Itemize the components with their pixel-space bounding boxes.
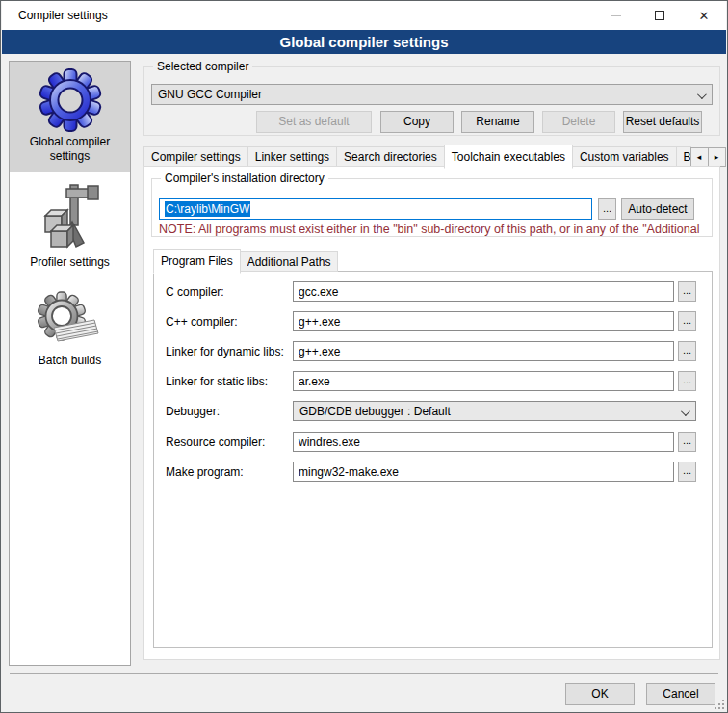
form-row-static-linker: Linker for static libs: ar.exe ... [154,371,712,392]
form-row-dynamic-linker: Linker for dynamic libs: g++.exe ... [154,341,712,362]
field-value: g++.exe [299,315,340,329]
field-label: Linker for dynamic libs: [166,341,284,362]
browse-make-program-button[interactable]: ... [678,462,696,482]
arrow-left-icon: ◂ [697,152,702,162]
static-linker-input[interactable]: ar.exe [293,371,674,391]
window-title: Compiler settings [18,1,108,30]
installation-directory-input[interactable]: C:\raylib\MinGW [159,198,592,220]
compiler-tabs: Compiler settings Linker settings Search… [143,145,721,167]
tab-scroll-buttons: ◂ ▸ [691,147,726,167]
sidebar-item-label: Profiler settings [10,252,130,277]
caliper-icon [38,183,103,252]
minimize-button [593,1,637,30]
form-row-cpp-compiler: C++ compiler: g++.exe ... [154,311,712,332]
browse-static-linker-button[interactable]: ... [678,371,696,391]
browse-dynamic-linker-button[interactable]: ... [678,341,696,361]
ok-button[interactable]: OK [565,683,635,705]
field-label: C compiler: [166,281,224,303]
c-compiler-input[interactable]: gcc.exe [293,281,674,302]
close-button[interactable]: ✕ [682,1,726,30]
browse-cpp-compiler-button[interactable]: ... [678,311,696,331]
minimize-icon [611,15,621,16]
field-value: gcc.exe [299,285,338,299]
tab-custom-variables[interactable]: Custom variables [572,146,677,167]
note-text: NOTE: All programs must exist either in … [159,223,715,236]
browse-resource-compiler-button[interactable]: ... [678,432,696,452]
sidebar-item-profiler-settings[interactable]: Profiler settings [10,172,130,277]
paths-tabs: Program Files Additional Paths [153,249,337,272]
field-label: Resource compiler: [166,432,265,453]
field-label: C++ compiler: [166,311,238,332]
chevron-down-icon [697,90,707,99]
form-row-make-program: Make program: mingw32-make.exe ... [154,462,712,483]
tab-program-files[interactable]: Program Files [153,249,241,274]
field-label: Linker for static libs: [166,371,268,392]
gray-gear-stack-icon [37,291,104,351]
selected-text: C:\raylib\MinGW [165,201,250,217]
rename-button[interactable]: Rename [461,111,534,133]
dynamic-linker-input[interactable]: g++.exe [293,341,674,361]
program-files-page: C compiler: gcc.exe ... C++ compiler: g+… [153,271,713,648]
field-label: Make program: [166,462,244,483]
group-legend: Selected compiler [153,60,252,73]
auto-detect-button[interactable]: Auto-detect [621,198,694,220]
titlebar: Compiler settings ✕ [2,1,726,30]
tab-linker-settings[interactable]: Linker settings [247,146,337,167]
blue-gear-icon [39,68,102,132]
delete-button: Delete [542,111,615,133]
tab-additional-paths[interactable]: Additional Paths [240,251,339,272]
arrow-right-icon: ▸ [715,152,719,162]
cpp-compiler-input[interactable]: g++.exe [293,311,674,331]
compiler-settings-dialog: Compiler settings ✕ Global compiler sett… [0,0,728,713]
sidebar-item-batch-builds[interactable]: Batch builds [10,277,130,376]
compiler-select-value: GNU GCC Compiler [158,88,262,101]
reset-defaults-button[interactable]: Reset defaults [623,111,702,133]
tab-build-options[interactable]: Build options [676,146,691,167]
field-value: GDB/CDB debugger : Default [299,405,451,418]
compiler-select[interactable]: GNU GCC Compiler [151,84,713,105]
field-value: ar.exe [299,375,330,388]
sidebar-item-label: Batch builds [10,351,130,376]
resize-grip-icon[interactable] [715,700,724,709]
sidebar-item-label: Global compiler settings [10,132,130,172]
make-program-input[interactable]: mingw32-make.exe [293,462,674,482]
field-value: mingw32-make.exe [299,465,399,479]
maximize-button[interactable] [637,1,682,30]
chevron-down-icon [681,407,690,416]
tab-search-directories[interactable]: Search directories [336,146,445,167]
field-label: Debugger: [166,401,220,422]
close-icon: ✕ [699,10,710,22]
footer-separator [10,673,718,674]
cancel-button[interactable]: Cancel [646,683,715,705]
banner: Global compiler settings [2,30,726,54]
tab-compiler-settings[interactable]: Compiler settings [143,146,248,167]
form-row-debugger: Debugger: GDB/CDB debugger : Default [154,401,712,422]
caption-buttons: ✕ [593,1,726,30]
banner-title: Global compiler settings [279,34,448,50]
browse-c-compiler-button[interactable]: ... [678,281,696,302]
tab-toolchain-executables[interactable]: Toolchain executables [444,145,573,169]
tab-scroll-right-button[interactable]: ▸ [708,147,726,167]
resource-compiler-input[interactable]: windres.exe [293,432,674,452]
copy-button[interactable]: Copy [380,111,454,133]
form-row-resource-compiler: Resource compiler: windres.exe ... [154,432,712,453]
field-value: g++.exe [299,345,340,358]
form-row-c-compiler: C compiler: gcc.exe ... [154,281,712,303]
group-legend: Compiler's installation directory [161,172,328,185]
maximize-icon [655,11,664,20]
field-value: windres.exe [299,436,360,449]
set-as-default-button: Set as default [256,111,372,133]
browse-directory-button[interactable]: ... [598,198,616,220]
tab-scroll-left-button[interactable]: ◂ [690,147,709,167]
debugger-select[interactable]: GDB/CDB debugger : Default [293,401,696,421]
sidebar-item-global-compiler-settings[interactable]: Global compiler settings [10,62,130,172]
settings-category-list: Global compiler settings Profiler settin… [9,61,131,666]
